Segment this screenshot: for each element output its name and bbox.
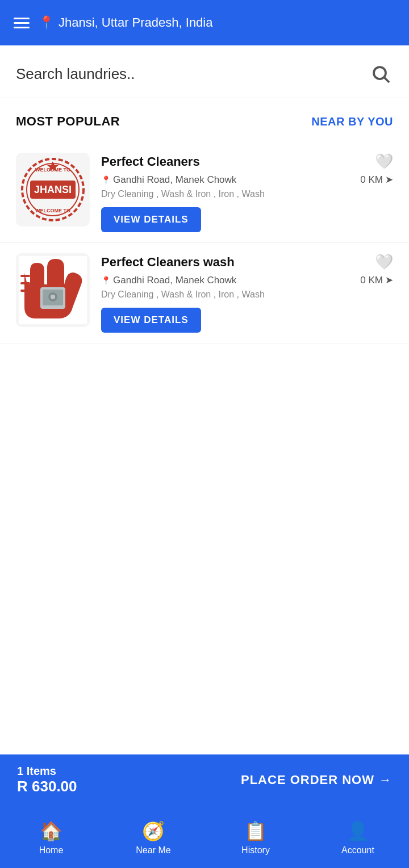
- nav-label-account: Account: [341, 845, 374, 856]
- near-by-you-button[interactable]: NEAR BY YOU: [311, 115, 393, 128]
- address-pin-icon: 📍: [101, 175, 111, 184]
- distance-text: 0 KM: [360, 174, 383, 186]
- laundry-info: Perfect Cleaners 🤍 📍 Gandhi Road, Manek …: [101, 153, 393, 232]
- cart-items-count: 1 Items: [17, 765, 77, 778]
- favorite-icon[interactable]: 🤍: [375, 153, 393, 170]
- laundry-name: Perfect Cleaners wash: [101, 255, 235, 270]
- laundry-services: Dry Cleaning , Wash & Iron , Iron , Wash: [101, 290, 393, 300]
- laundry-logo: JHANSI WELCOME TO WELCOME TO: [16, 153, 90, 227]
- cart-bar: 1 Items R 630.00 PLACE ORDER NOW →: [0, 754, 409, 806]
- account-icon: 👤: [347, 820, 369, 842]
- search-placeholder-text: Search laundries..: [16, 65, 135, 83]
- history-icon: 📋: [244, 820, 267, 842]
- bottom-navigation: 🏠 Home 🧭 Near Me 📋 History 👤 Account: [0, 806, 409, 868]
- svg-point-0: [374, 67, 386, 79]
- favorite-icon[interactable]: 🤍: [375, 253, 393, 271]
- search-button[interactable]: [368, 61, 393, 86]
- search-bar[interactable]: Search laundries..: [0, 45, 409, 98]
- navigation-icon: ➤: [385, 174, 393, 186]
- laundry-list: JHANSI WELCOME TO WELCOME TO Perfect Cle…: [0, 138, 409, 348]
- laundry-distance: 0 KM ➤: [360, 174, 393, 186]
- nav-item-home[interactable]: 🏠 Home: [0, 820, 102, 856]
- card-title-row: Perfect Cleaners 🤍: [101, 153, 393, 170]
- location-text: Jhansi, Uttar Pradesh, India: [59, 15, 212, 30]
- nav-label-home: Home: [39, 845, 64, 856]
- nav-label-history: History: [241, 845, 270, 856]
- address-text: Gandhi Road, Manek Chowk: [113, 174, 236, 186]
- laundry-distance: 0 KM ➤: [360, 274, 393, 286]
- nav-label-near-me: Near Me: [136, 845, 170, 856]
- place-order-button[interactable]: PLACE ORDER NOW →: [241, 773, 392, 787]
- app-header: 📍 Jhansi, Uttar Pradesh, India: [0, 0, 409, 45]
- nav-item-history[interactable]: 📋 History: [204, 820, 307, 856]
- section-header: MOST POPULAR NEAR BY YOU: [0, 98, 409, 138]
- search-icon: [370, 64, 391, 84]
- near-me-icon: 🧭: [142, 820, 165, 842]
- laundry-address: 📍 Gandhi Road, Manek Chowk: [101, 174, 236, 186]
- cart-price: R 630.00: [17, 778, 77, 795]
- address-text: Gandhi Road, Manek Chowk: [113, 275, 236, 286]
- svg-line-1: [385, 78, 389, 82]
- home-icon: 🏠: [40, 820, 62, 842]
- laundry-card: Perfect Cleaners wash 🤍 📍 Gandhi Road, M…: [0, 243, 409, 343]
- hand-wash-logo-icon: [19, 256, 87, 324]
- navigation-icon: ➤: [385, 274, 393, 286]
- svg-text:JHANSI: JHANSI: [34, 184, 72, 195]
- cart-info: 1 Items R 630.00: [17, 765, 77, 795]
- view-details-button[interactable]: VIEW DETAILS: [101, 308, 201, 333]
- card-title-row: Perfect Cleaners wash 🤍: [101, 253, 393, 271]
- view-details-button[interactable]: VIEW DETAILS: [101, 207, 201, 232]
- card-address-row: 📍 Gandhi Road, Manek Chowk 0 KM ➤: [101, 274, 393, 286]
- nav-item-account[interactable]: 👤 Account: [307, 820, 409, 856]
- jhansi-stamp-icon: JHANSI WELCOME TO WELCOME TO: [19, 156, 87, 224]
- laundry-info: Perfect Cleaners wash 🤍 📍 Gandhi Road, M…: [101, 253, 393, 333]
- laundry-services: Dry Cleaning , Wash & Iron , Iron , Wash: [101, 189, 393, 199]
- menu-button[interactable]: [14, 18, 30, 28]
- laundry-card: JHANSI WELCOME TO WELCOME TO Perfect Cle…: [0, 142, 409, 243]
- svg-text:WELCOME TO: WELCOME TO: [35, 208, 70, 213]
- laundry-address: 📍 Gandhi Road, Manek Chowk: [101, 275, 236, 286]
- svg-point-13: [51, 295, 55, 299]
- place-order-label: PLACE ORDER NOW: [241, 773, 374, 787]
- address-pin-icon: 📍: [101, 276, 111, 285]
- arrow-right-icon: →: [379, 773, 392, 787]
- location-display: 📍 Jhansi, Uttar Pradesh, India: [39, 15, 212, 30]
- most-popular-label: MOST POPULAR: [16, 114, 120, 129]
- laundry-logo: [16, 253, 90, 327]
- location-pin-icon: 📍: [39, 15, 54, 30]
- distance-text: 0 KM: [360, 275, 383, 286]
- card-address-row: 📍 Gandhi Road, Manek Chowk 0 KM ➤: [101, 174, 393, 186]
- nav-item-near-me[interactable]: 🧭 Near Me: [102, 820, 204, 856]
- laundry-name: Perfect Cleaners: [101, 154, 200, 169]
